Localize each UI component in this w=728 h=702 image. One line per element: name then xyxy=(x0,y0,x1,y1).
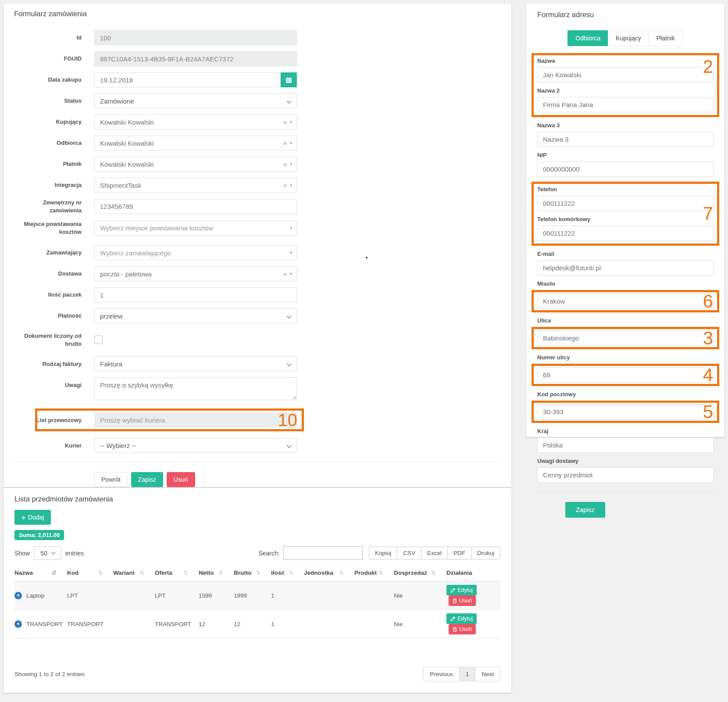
previous-page-button[interactable]: Previous xyxy=(423,667,460,681)
column-header-brutto[interactable]: Brutto⇅ xyxy=(234,565,271,581)
caret-down-icon: ▾ xyxy=(290,162,292,166)
purchase-date-field[interactable] xyxy=(94,72,281,87)
name-field[interactable] xyxy=(537,67,714,82)
name2-field[interactable] xyxy=(537,97,714,112)
delivery-select[interactable]: poczta - paletowa×▾ xyxy=(94,266,297,281)
delete-order-button[interactable]: Usuń xyxy=(167,472,195,487)
field-row-id: Id xyxy=(14,30,501,45)
sort-icon[interactable]: ⇅ xyxy=(139,569,144,576)
package-count-field[interactable] xyxy=(94,287,297,302)
delete-item-button[interactable]: Usuń xyxy=(449,595,476,606)
city-field[interactable] xyxy=(537,294,714,309)
waybill-field[interactable] xyxy=(94,412,297,427)
fguid-field[interactable] xyxy=(94,51,297,66)
sort-icon[interactable]: ⇅ xyxy=(218,569,223,576)
nip-field[interactable] xyxy=(537,161,714,177)
integration-select[interactable]: ShipmentTask×▾ xyxy=(94,178,297,193)
save-order-button[interactable]: Zapisz xyxy=(131,472,163,487)
current-page-button[interactable]: 1 xyxy=(459,667,476,681)
column-header-ilosc[interactable]: Ilość⇅ xyxy=(271,565,304,581)
status-select[interactable]: Zamówione xyxy=(94,93,297,108)
column-header-produkt[interactable]: Produkt⇅ xyxy=(354,565,394,581)
courier-select[interactable]: -- Wybierz -- xyxy=(94,438,297,453)
sort-icon[interactable]: ⇅ xyxy=(378,569,383,576)
notes-field[interactable]: Proszę o szybką wysyłkę xyxy=(94,377,297,400)
fguid-label: FGUID xyxy=(14,55,82,63)
orderer-label: Zamawiający xyxy=(14,249,82,257)
column-header-nazwa[interactable]: Nazwa⇵ xyxy=(14,565,67,581)
clear-icon[interactable]: × xyxy=(283,161,287,168)
caret-down-icon: ▾ xyxy=(290,120,292,124)
street-number-label: Numer ulicy xyxy=(537,354,714,361)
cost-center-select[interactable]: Wybierz miejsce powstawania kosztów▾ xyxy=(94,221,297,236)
chevron-down-icon xyxy=(286,314,291,319)
email-label: E-mail xyxy=(537,251,714,257)
tab-platnik[interactable]: Płatnik xyxy=(649,30,683,46)
column-header-dosprzedaz[interactable]: Dosprzedaż⇅ xyxy=(394,565,446,581)
sort-icon[interactable]: ⇅ xyxy=(183,569,188,576)
column-header-netto[interactable]: Netto⇅ xyxy=(199,565,234,581)
country-field[interactable] xyxy=(537,437,714,453)
external-number-field[interactable] xyxy=(94,199,297,214)
clear-icon[interactable]: × xyxy=(283,182,287,189)
street-field[interactable] xyxy=(537,330,714,346)
email-field[interactable] xyxy=(537,260,714,276)
country-field-group: Kraj xyxy=(537,428,714,453)
annotation-box-5: 5 xyxy=(532,401,719,423)
column-header-jednostka[interactable]: Jednostka⇅ xyxy=(304,565,354,581)
print-button[interactable]: Drukuj xyxy=(471,547,500,559)
column-header-oferta[interactable]: Oferta⇅ xyxy=(155,565,199,581)
phone-field[interactable] xyxy=(537,196,714,211)
save-address-button[interactable]: Zapisz xyxy=(565,502,605,518)
edit-item-button[interactable]: Edytuj xyxy=(446,613,477,624)
page-length-select[interactable]: 50 xyxy=(34,546,61,560)
clear-icon[interactable]: × xyxy=(283,119,287,125)
back-button[interactable]: Powrót xyxy=(94,472,128,487)
payer-select[interactable]: Kowalski Kowalski×▾ xyxy=(94,157,297,172)
invoice-type-select[interactable]: Faktura xyxy=(94,356,297,371)
field-row-external-number: Zewnętrzny nr zamówienia xyxy=(14,199,501,214)
add-item-button[interactable]: + Dodaj xyxy=(14,510,51,525)
order-form-panel: Formularz zamówienia Id FGUID Data zakup… xyxy=(4,4,511,487)
recipient-select[interactable]: Kowalski Kowalski×▾ xyxy=(94,136,297,150)
column-header-kod[interactable]: Kod⇅ xyxy=(67,565,113,581)
sort-icon[interactable]: ⇅ xyxy=(289,569,293,576)
id-field[interactable] xyxy=(94,30,297,45)
delivery-notes-field[interactable] xyxy=(537,467,714,483)
tab-odbiorca[interactable]: Odbiorca xyxy=(567,30,608,46)
field-row-notes: Uwagi Proszę o szybką wysyłkę xyxy=(14,377,501,402)
mobile-phone-field[interactable] xyxy=(537,226,714,241)
postal-code-field[interactable] xyxy=(537,404,714,419)
calendar-button[interactable] xyxy=(281,72,297,87)
name3-field[interactable] xyxy=(537,132,714,147)
gross-document-checkbox[interactable] xyxy=(94,336,103,344)
search-input[interactable] xyxy=(283,546,363,560)
clear-icon[interactable]: × xyxy=(283,140,287,147)
payment-select[interactable]: przelew xyxy=(94,308,297,323)
tab-kupujacy[interactable]: Kupujący xyxy=(608,30,649,46)
items-table: Nazwa⇵ Kod⇅ Wariant⇅ Oferta⇅ Netto⇅ Brut… xyxy=(14,565,500,638)
expand-row-icon[interactable]: + xyxy=(14,592,22,599)
nip-field-group: NIP xyxy=(537,152,714,177)
orderer-select[interactable]: Wybierz zamawiającego▾ xyxy=(94,245,297,260)
edit-icon xyxy=(450,616,455,621)
edit-item-button[interactable]: Edytuj xyxy=(446,585,477,595)
sort-icon[interactable]: ⇅ xyxy=(98,569,103,576)
payment-label: Płatność xyxy=(14,312,82,320)
csv-button[interactable]: CSV xyxy=(397,547,421,559)
copy-button[interactable]: Kopiuj xyxy=(369,547,398,559)
street-number-field[interactable] xyxy=(537,367,714,383)
table-info: Showing 1 to 2 of 2 entries xyxy=(14,671,85,677)
pdf-button[interactable]: PDF xyxy=(447,547,471,559)
column-header-wariant[interactable]: Wariant⇅ xyxy=(113,565,155,581)
expand-row-icon[interactable]: + xyxy=(14,620,22,628)
excel-button[interactable]: Excel xyxy=(421,547,448,559)
clear-icon[interactable]: × xyxy=(283,271,287,277)
sort-icon[interactable]: ⇅ xyxy=(431,569,436,576)
sort-icon[interactable]: ⇅ xyxy=(339,569,344,576)
buyer-select[interactable]: Kowalski Kowalski×▾ xyxy=(94,115,297,129)
sort-icon[interactable]: ⇵ xyxy=(52,569,57,576)
delete-item-button[interactable]: Usuń xyxy=(449,624,476,634)
next-page-button[interactable]: Next xyxy=(475,667,500,681)
sort-icon[interactable]: ⇅ xyxy=(256,569,261,576)
